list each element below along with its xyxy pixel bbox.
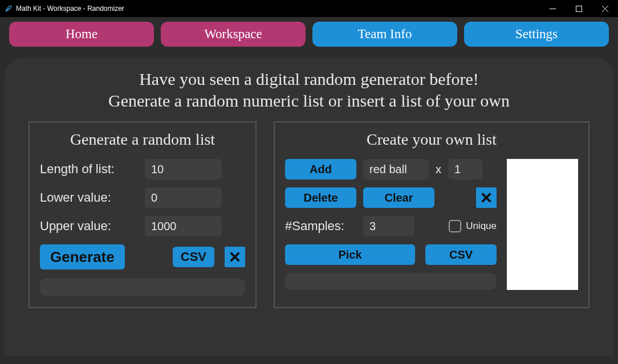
window-title: Math Kit - Workspace - Randomizer	[16, 5, 539, 13]
app-body: Home Workspace Team Info Settings Have y…	[0, 17, 618, 364]
nav-settings[interactable]: Settings	[464, 22, 609, 47]
nav-home[interactable]: Home	[9, 22, 154, 47]
add-button[interactable]: Add	[285, 159, 356, 179]
nav-team-info[interactable]: Team Info	[312, 22, 457, 47]
length-input[interactable]	[145, 159, 222, 179]
headline-line2: Generate a random numeric list or insert…	[22, 90, 596, 112]
panel-create-title: Create your own list	[285, 130, 578, 149]
titlebar: Math Kit - Workspace - Randomizer	[0, 0, 618, 17]
pick-output	[285, 273, 497, 290]
clear-left-icon[interactable]	[225, 247, 245, 267]
csv-left-button[interactable]: CSV	[173, 247, 214, 267]
close-window-button[interactable]	[592, 0, 618, 17]
panel-generate-random: Generate a random list Length of list: L…	[29, 121, 257, 308]
panel-create-own: Create your own list Add x Delete Clear	[274, 121, 589, 308]
headline: Have you seen a digital random generator…	[22, 68, 596, 111]
upper-label: Upper value:	[40, 219, 137, 234]
remove-item-icon[interactable]	[476, 187, 497, 208]
length-label: Length of list:	[40, 162, 137, 177]
csv-right-button[interactable]: CSV	[425, 244, 497, 265]
qty-input[interactable]	[448, 159, 482, 179]
unique-label: Unique	[466, 220, 497, 232]
upper-input[interactable]	[145, 216, 222, 236]
lower-label: Lower value:	[40, 190, 137, 205]
app-feather-icon	[5, 5, 13, 13]
item-input[interactable]	[363, 159, 429, 179]
clear-button[interactable]: Clear	[363, 187, 434, 208]
generate-output	[40, 279, 245, 296]
pick-button[interactable]: Pick	[285, 244, 415, 265]
generate-button[interactable]: Generate	[40, 244, 125, 269]
items-listbox[interactable]	[507, 159, 578, 290]
maximize-button[interactable]	[566, 0, 592, 17]
samples-input[interactable]	[363, 216, 414, 236]
headline-line1: Have you seen a digital random generator…	[22, 68, 596, 90]
nav-workspace[interactable]: Workspace	[161, 22, 306, 47]
svg-rect-2	[576, 6, 582, 11]
samples-label: #Samples:	[285, 219, 356, 234]
lower-input[interactable]	[145, 187, 222, 208]
nav-bar: Home Workspace Team Info Settings	[5, 22, 613, 47]
multiply-symbol: x	[436, 163, 441, 176]
content-card: Have you seen a digital random generator…	[5, 58, 613, 356]
minimize-button[interactable]	[539, 0, 566, 17]
delete-button[interactable]: Delete	[285, 187, 356, 208]
panel-generate-title: Generate a random list	[40, 130, 245, 149]
unique-checkbox[interactable]	[449, 220, 461, 232]
